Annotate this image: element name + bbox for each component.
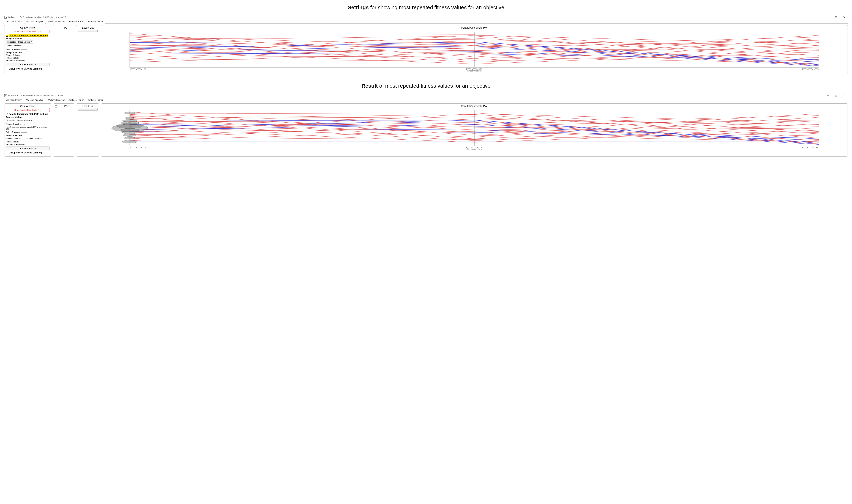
select-ranking-label: Select Ranking <box>6 131 19 133</box>
svg-rect-2 <box>835 17 837 18</box>
banner-result: Result of most repeated fitness values f… <box>3 83 849 89</box>
svg-point-25 <box>125 117 135 119</box>
analysis-method-label: Analysis Method <box>6 116 50 118</box>
pcp-list-panel: PCP <box>53 25 74 74</box>
tab-selection[interactable]: Wallacei Selection <box>46 98 67 102</box>
window-result: Wallacei X | An Evolutionary and Analyti… <box>3 93 849 158</box>
tab-primer[interactable]: Wallacei Primer <box>86 98 105 102</box>
tabstrip: Wallacei Settings Wallacei Analytics Wal… <box>3 98 849 102</box>
select-ranking-input[interactable] <box>21 132 27 132</box>
pcp-settings-header: Parallel Coordinate Plot (PCP) Settings <box>6 34 50 37</box>
control-panel: Control Panel Draw Parallel Coordinate P… <box>4 25 51 74</box>
unsupervised-ml-header: Unsupervised Machine Learning <box>6 68 50 70</box>
analysis-results-label: Analysis Results <box>6 51 50 54</box>
pcp-settings-label: Parallel Coordinate Plot (PCP) Settings <box>9 113 48 115</box>
control-panel-title: Control Panel <box>6 105 50 108</box>
plot-area: FO1FO2FO3 Fitness Objectives <box>103 30 846 72</box>
export-list-panel: Export List <box>76 25 99 74</box>
run-pcp-button[interactable]: Run PCP Analysis <box>6 146 50 150</box>
plot-title: Parallel Coordinate Plot <box>103 26 846 29</box>
fitness-objective-input[interactable]: 1 <box>23 123 29 125</box>
pcp-settings-checkbox[interactable] <box>6 113 8 115</box>
tab-forum[interactable]: Wallacei Forum <box>67 20 86 23</box>
plot-title: Parallel Coordinate Plot <box>103 105 846 108</box>
banner-settings: Settings for showing most repeated fitne… <box>3 4 849 11</box>
titlebar: Wallacei X | An Evolutionary and Analyti… <box>3 15 849 19</box>
svg-point-32 <box>123 134 136 137</box>
plot-xlabel: Fitness Objectives <box>103 70 846 72</box>
pcp-list-title: PCP <box>60 105 73 108</box>
export-list-panel: Export List <box>76 104 99 157</box>
control-panel: Control Panel Draw Parallel Coordinate P… <box>4 104 51 157</box>
export-list-title: Export List <box>78 105 97 108</box>
tab-forum[interactable]: Wallacei Forum <box>67 98 86 102</box>
plot-panel: Parallel Coordinate Plot FO1FO2FO3 Fitne… <box>101 25 848 74</box>
minimize-button[interactable] <box>824 94 831 97</box>
unsupervised-ml-header: Unsupervised Machine Learning <box>6 151 50 154</box>
pcp-settings-label: Parallel Coordinate Plot (PCP) Settings <box>9 34 48 37</box>
close-button[interactable] <box>841 94 848 97</box>
titlebar-text: Wallacei X | An Evolutionary and Analyti… <box>8 94 66 97</box>
svg-point-34 <box>123 140 137 143</box>
unsupervised-ml-checkbox[interactable] <box>6 68 8 70</box>
draw-pcp-button[interactable]: Draw Parallel Coordinate Plot <box>6 108 50 112</box>
tab-analytics[interactable]: Wallacei Analytics <box>24 98 46 102</box>
maximize-button[interactable] <box>833 15 839 19</box>
select-ranking-label: Select Ranking <box>6 48 19 50</box>
fitness-criteria-label: Fitness Criteria: <box>6 54 50 56</box>
svg-point-31 <box>123 131 137 134</box>
analysis-results-label: Analysis Results <box>6 134 50 137</box>
svg-point-33 <box>124 137 135 139</box>
fitness-objective-input[interactable]: 1 <box>23 44 29 47</box>
fitness-value-label: Fitness Value: <box>6 57 50 59</box>
pcp-settings-header: Parallel Coordinate Plot (PCP) Settings <box>6 113 50 115</box>
reps-note: No. of repetitions for most repeated FV … <box>6 126 50 130</box>
export-list-title: Export List <box>78 26 97 29</box>
tab-selection[interactable]: Wallacei Selection <box>46 20 67 23</box>
select-ranking-input[interactable] <box>21 49 27 50</box>
app-icon <box>4 16 7 19</box>
tab-analytics[interactable]: Wallacei Analytics <box>24 20 46 23</box>
titlebar: Wallacei X | An Evolutionary and Analyti… <box>3 93 849 98</box>
minimize-button[interactable] <box>824 15 831 19</box>
tab-settings[interactable]: Wallacei Settings <box>4 98 24 102</box>
tab-primer[interactable]: Wallacei Primer <box>86 20 105 23</box>
num-repititions-label: Number of Repititions: <box>6 59 50 61</box>
maximize-button[interactable] <box>833 94 839 97</box>
analysis-method-select[interactable]: Repeated Fitness Values <box>6 40 33 43</box>
unsupervised-ml-checkbox[interactable] <box>6 152 8 154</box>
unsupervised-ml-label: Unsupervised Machine Learning <box>9 151 42 154</box>
pcp-list-checkbox[interactable] <box>55 105 57 108</box>
fitness-criteria-value: Fitness Criteria 1 <box>27 138 42 140</box>
pcp-list-checkbox[interactable] <box>55 27 57 29</box>
fitness-criteria-label: Fitness Criteria: <box>6 138 25 140</box>
fitness-value-label: Fitness Value: <box>6 141 50 143</box>
pcp-list-title: PCP <box>60 26 73 29</box>
draw-pcp-button[interactable]: Draw Parallel Coordinate Plot <box>6 30 50 33</box>
app-icon <box>4 94 7 97</box>
tabstrip: Wallacei Settings Wallacei Analytics Wal… <box>3 19 849 23</box>
close-button[interactable] <box>841 15 848 19</box>
svg-point-24 <box>124 112 135 114</box>
analysis-method-label: Analysis Method <box>6 38 50 40</box>
control-panel-title: Control Panel <box>6 26 50 29</box>
titlebar-text: Wallacei X | An Evolutionary and Analyti… <box>8 16 66 18</box>
export-list-button[interactable] <box>78 30 97 32</box>
unsupervised-ml-label: Unsupervised Machine Learning <box>9 68 42 70</box>
content-area: Control Panel Draw Parallel Coordinate P… <box>3 102 849 158</box>
content-area: Control Panel Draw Parallel Coordinate P… <box>3 23 849 76</box>
run-pcp-button[interactable]: Run PCP Analysis <box>6 62 50 66</box>
export-list-button[interactable] <box>78 108 97 111</box>
analysis-method-select[interactable]: Repeated Fitness Values <box>6 119 33 122</box>
plot-area: FO1FO2FO3 Fitness Objectives <box>103 108 846 151</box>
window-settings: Wallacei X | An Evolutionary and Analyti… <box>3 15 849 76</box>
plot-xlabel: Fitness Objectives <box>103 148 846 150</box>
pcp-list-panel: PCP <box>53 104 74 157</box>
svg-rect-14 <box>835 95 837 96</box>
tab-settings[interactable]: Wallacei Settings <box>4 20 24 23</box>
plot-panel: Parallel Coordinate Plot FO1FO2FO3 Fitne… <box>101 104 848 157</box>
num-repititions-label: Number of Repititions: <box>6 143 50 145</box>
fitness-objective-label: Fitness Objective <box>6 123 21 125</box>
fitness-objective-label: Fitness Objective <box>6 44 21 47</box>
pcp-settings-checkbox[interactable] <box>6 35 8 37</box>
